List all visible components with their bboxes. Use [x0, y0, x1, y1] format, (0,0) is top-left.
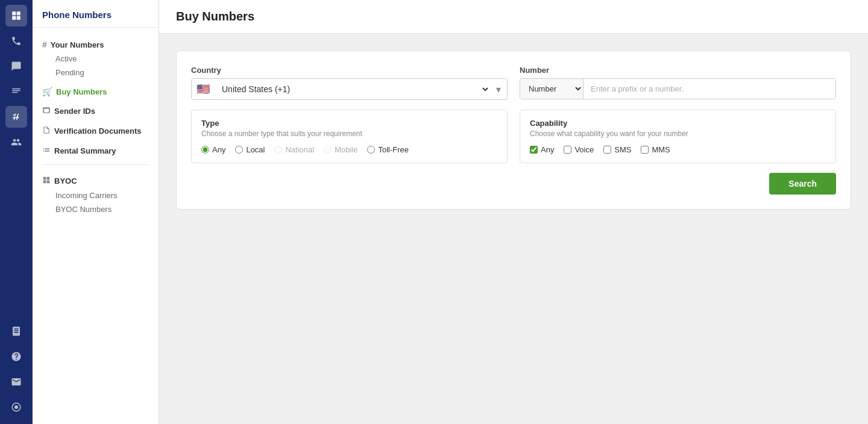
hash-icon[interactable] — [5, 106, 27, 128]
capability-box-subtitle: Choose what capability you want for your… — [530, 129, 826, 138]
doc-icon — [42, 126, 51, 136]
number-label: Number — [520, 66, 836, 75]
options-row: Type Choose a number type that suits you… — [191, 110, 836, 163]
type-national[interactable]: National — [274, 145, 314, 154]
main-area: Buy Numbers Country 🇺🇸 United States (+1… — [159, 0, 868, 424]
type-box: Type Choose a number type that suits you… — [191, 110, 508, 163]
capability-any[interactable]: Any — [530, 145, 554, 154]
sidebar-sub-byoc-numbers[interactable]: BYOC Numbers — [42, 202, 149, 216]
sidebar-header: Phone Numbers — [33, 0, 159, 28]
help-icon[interactable] — [5, 346, 27, 367]
buy-numbers-form: Country 🇺🇸 United States (+1) ▾ Number N… — [176, 51, 851, 210]
type-box-title: Type — [201, 119, 497, 128]
main-content: Country 🇺🇸 United States (+1) ▾ Number N… — [159, 34, 868, 424]
sidebar-section-buy-numbers: 🛒 Buy Numbers — [33, 81, 159, 100]
number-group: Number Number Starts With Contains — [520, 66, 836, 100]
page-title: Buy Numbers — [176, 10, 851, 23]
dashboard-icon[interactable] — [5, 5, 27, 26]
capability-box: Capability Choose what capability you wa… — [520, 110, 836, 163]
sidebar-section-byoc: BYOC Incoming Carriers BYOC Numbers — [33, 170, 159, 217]
capability-sms[interactable]: SMS — [603, 145, 631, 154]
country-chevron-icon: ▾ — [490, 79, 507, 99]
phone-icon[interactable] — [5, 30, 27, 52]
country-select-wrapper: 🇺🇸 United States (+1) ▾ — [191, 78, 508, 100]
sender-id-icon — [42, 106, 51, 116]
campaigns-icon[interactable] — [5, 81, 27, 102]
number-input-wrapper: Number Starts With Contains — [520, 78, 836, 99]
search-btn-row: Search — [191, 173, 836, 195]
country-select[interactable]: United States (+1) — [219, 79, 490, 99]
sidebar-sub-active[interactable]: Active — [42, 52, 149, 66]
sidebar-section-verification: Verification Documents — [33, 120, 159, 140]
sidebar: Phone Numbers # Your Numbers Active Pend… — [33, 0, 159, 424]
sidebar-section-your-numbers: # Your Numbers Active Pending — [33, 34, 159, 81]
number-prefix-input[interactable] — [583, 79, 835, 99]
cart-icon: 🛒 — [42, 87, 52, 96]
contacts-icon[interactable] — [5, 131, 27, 153]
form-top-row: Country 🇺🇸 United States (+1) ▾ Number N… — [191, 66, 836, 100]
capability-checkbox-group: Any Voice SMS MMS — [530, 145, 826, 154]
icon-bar — [0, 0, 33, 424]
rental-icon — [42, 146, 51, 156]
sidebar-item-sender-ids[interactable]: Sender IDs — [42, 104, 149, 119]
number-type-select[interactable]: Number Starts With Contains — [520, 79, 583, 99]
byoc-icon — [42, 176, 51, 186]
type-any[interactable]: Any — [201, 145, 225, 154]
sidebar-item-rental-summary[interactable]: Rental Summary — [42, 143, 149, 158]
sidebar-divider — [42, 164, 149, 165]
us-flag: 🇺🇸 — [192, 79, 215, 99]
svg-point-1 — [14, 405, 18, 409]
book-icon[interactable] — [5, 320, 27, 342]
circle-icon[interactable] — [5, 396, 27, 418]
country-group: Country 🇺🇸 United States (+1) ▾ — [191, 66, 508, 100]
main-header: Buy Numbers — [159, 0, 868, 34]
type-mobile[interactable]: Mobile — [324, 145, 357, 154]
grid-icon: # — [42, 40, 47, 49]
sidebar-sub-incoming-carriers[interactable]: Incoming Carriers — [42, 189, 149, 202]
sidebar-sub-pending[interactable]: Pending — [42, 66, 149, 80]
sidebar-item-verification-documents[interactable]: Verification Documents — [42, 123, 149, 139]
capability-voice[interactable]: Voice — [564, 145, 594, 154]
sidebar-item-your-numbers[interactable]: # Your Numbers — [42, 37, 149, 52]
type-radio-group: Any Local National Mobile Toll-Free — [201, 145, 497, 154]
message-icon[interactable] — [5, 371, 27, 393]
type-tollfree[interactable]: Toll-Free — [367, 145, 409, 154]
search-button[interactable]: Search — [769, 173, 836, 195]
sidebar-section-rental-summary: Rental Summary — [33, 140, 159, 160]
sidebar-nav: # Your Numbers Active Pending 🛒 Buy Numb… — [33, 28, 159, 223]
type-box-subtitle: Choose a number type that suits your req… — [201, 129, 497, 138]
sidebar-item-buy-numbers[interactable]: 🛒 Buy Numbers — [42, 84, 149, 99]
sidebar-section-sender-ids: Sender IDs — [33, 100, 159, 120]
country-label: Country — [191, 66, 508, 75]
type-local[interactable]: Local — [235, 145, 265, 154]
chat-icon[interactable] — [5, 55, 27, 77]
capability-box-title: Capability — [530, 119, 826, 128]
capability-mms[interactable]: MMS — [641, 145, 670, 154]
sidebar-item-byoc[interactable]: BYOC — [42, 173, 149, 189]
